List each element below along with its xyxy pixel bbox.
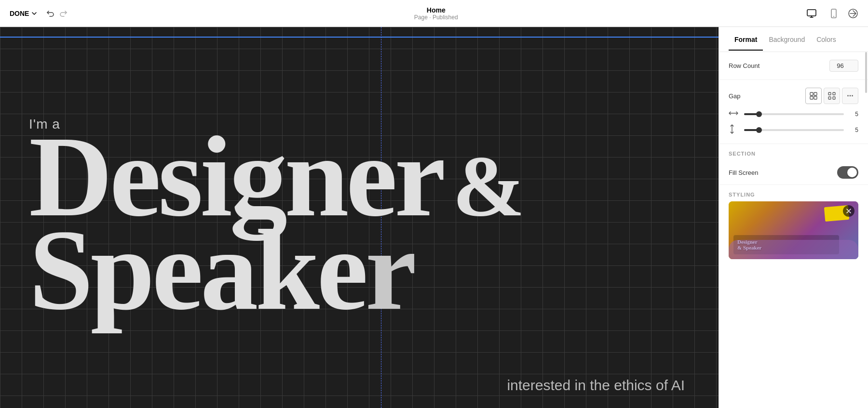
topbar-left: DONE [10, 9, 68, 18]
page-title: Home [414, 6, 458, 14]
vertical-gap-value: 5 [849, 127, 858, 133]
topbar: DONE Home Page · Published [0, 0, 868, 27]
svg-rect-11 [833, 97, 835, 99]
mobile-icon [828, 8, 839, 19]
horizontal-gap-track[interactable] [744, 113, 844, 115]
toggle-knob [847, 168, 857, 177]
horizontal-gap-value: 5 [849, 111, 858, 118]
panel-tabs: Format Background Colors [719, 27, 868, 52]
styling-group-label: STYLING [719, 185, 868, 201]
vertical-gap-icon [729, 124, 739, 136]
section-group-label: SECTION [719, 144, 868, 160]
topbar-right [803, 5, 858, 22]
gap-label: Gap [729, 92, 741, 100]
share-icon [848, 8, 858, 19]
svg-rect-8 [828, 92, 831, 95]
vertical-arrows-icon [729, 124, 735, 134]
hero-line2-text: Speaker [29, 221, 839, 319]
preview-wave-shape [729, 240, 858, 259]
row-count-row: Row Count [729, 60, 858, 72]
desktop-icon [806, 8, 817, 19]
done-label: DONE [10, 10, 29, 17]
redo-icon [59, 9, 68, 18]
svg-point-2 [833, 16, 834, 17]
hero-ampersand: & [452, 147, 525, 225]
svg-rect-6 [810, 96, 813, 99]
more-dots-icon: ··· [847, 92, 853, 100]
row-count-section: Row Count [719, 52, 868, 80]
row-count-input[interactable] [829, 60, 858, 72]
gap-icons-group: ··· [805, 88, 858, 104]
gap-more-button[interactable]: ··· [842, 88, 858, 104]
fill-screen-label: Fill Screen [729, 169, 758, 176]
preview-card: Designer& Speaker [729, 201, 858, 259]
gap-row: Gap [729, 88, 858, 104]
desktop-view-button[interactable] [803, 5, 820, 22]
vertical-gap-track[interactable] [744, 129, 844, 131]
horizontal-gap-icon [729, 110, 739, 118]
tab-colors[interactable]: Colors [811, 29, 841, 50]
grid-compact-icon [810, 92, 817, 100]
grid-spread-icon [828, 92, 836, 100]
svg-rect-0 [807, 10, 816, 16]
svg-rect-7 [814, 96, 817, 99]
gap-grid-spread-button[interactable] [824, 88, 840, 104]
redo-button[interactable] [59, 9, 68, 18]
horizontal-arrows-icon [729, 110, 738, 117]
tab-format[interactable]: Format [729, 29, 763, 50]
undo-redo-group [45, 9, 68, 18]
panel-scrollbar[interactable] [865, 52, 867, 93]
settings-panel: Format Background Colors Row Count Gap [719, 27, 868, 408]
panel-scroll-area[interactable]: Row Count Gap [719, 52, 868, 408]
horizontal-gap-thumb [756, 111, 762, 117]
share-button[interactable] [848, 8, 858, 19]
row-count-label: Row Count [729, 62, 760, 69]
page-status: Page · Published [414, 14, 458, 21]
done-button[interactable]: DONE [10, 10, 38, 17]
svg-rect-4 [810, 92, 813, 95]
svg-rect-5 [814, 92, 817, 95]
undo-button[interactable] [45, 9, 55, 18]
topbar-center: Home Page · Published [414, 6, 458, 21]
styling-preview-close-button[interactable] [843, 205, 854, 217]
fill-screen-toggle[interactable] [837, 166, 858, 179]
undo-icon [45, 9, 55, 18]
svg-rect-10 [828, 97, 831, 99]
mobile-view-button[interactable] [826, 5, 842, 22]
tab-background[interactable]: Background [763, 29, 811, 50]
svg-rect-9 [833, 92, 835, 95]
styling-preview: Designer& Speaker [729, 201, 858, 259]
chevron-down-icon [31, 10, 38, 17]
gap-grid-compact-button[interactable] [805, 88, 822, 104]
vertical-gap-thumb [756, 127, 762, 133]
vertical-gap-slider-row: 5 [729, 124, 858, 136]
hero-bottom-text: interested in the ethics of AI [507, 377, 685, 394]
horizontal-gap-slider-row: 5 [729, 110, 858, 118]
close-icon [846, 209, 851, 213]
gap-section: Gap [719, 80, 868, 144]
fill-screen-row: Fill Screen [719, 160, 868, 185]
